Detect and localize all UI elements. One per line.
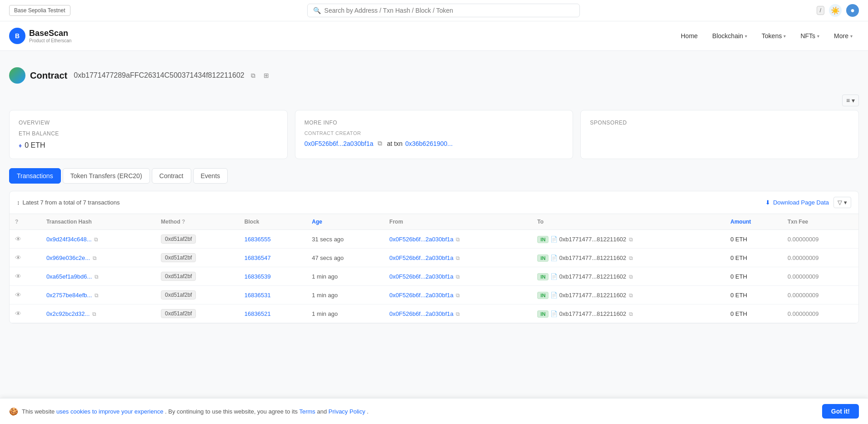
- row-age-cell: 1 min ago: [306, 286, 384, 304]
- to-link[interactable]: 0xb1771477...812211602: [559, 273, 626, 280]
- method-question-icon: ?: [182, 219, 185, 225]
- copy-hash-icon[interactable]: ⧉: [95, 292, 99, 299]
- tab-transactions[interactable]: Transactions: [9, 168, 61, 184]
- logo-icon: B: [9, 28, 25, 44]
- nav-links: Home Blockchain ▾ Tokens ▾ NFTs ▾ More ▾: [674, 29, 859, 43]
- table-header-row: ? Transaction Hash Method ? Block Age Fr…: [10, 214, 858, 230]
- copy-from-icon[interactable]: ⧉: [456, 236, 460, 243]
- tab-contract[interactable]: Contract: [152, 168, 191, 184]
- copy-address-button[interactable]: ⧉: [249, 71, 257, 80]
- to-link[interactable]: 0xb1771477...812211602: [559, 254, 626, 261]
- tx-hash-link[interactable]: 0x9d24f34c648...: [46, 236, 92, 243]
- chevron-down-icon: ▾: [783, 34, 786, 39]
- to-link[interactable]: 0xb1771477...812211602: [559, 292, 626, 299]
- row-block-cell: 16836521: [239, 304, 306, 323]
- tx-hash-link[interactable]: 0x2757be84efb...: [46, 292, 92, 299]
- creator-tx-link[interactable]: 0x36b6261900...: [405, 140, 453, 147]
- age-text: 1 min ago: [312, 273, 338, 280]
- copy-to-icon[interactable]: ⧉: [629, 236, 633, 243]
- nav-item-blockchain[interactable]: Blockchain ▾: [706, 29, 753, 43]
- copy-to-icon[interactable]: ⧉: [629, 311, 633, 317]
- tx-hash-link[interactable]: 0xa65ef1a9bd6...: [46, 273, 92, 280]
- copy-to-icon[interactable]: ⧉: [629, 255, 633, 261]
- nav-item-tokens[interactable]: Tokens ▾: [755, 29, 792, 43]
- tx-hash-link[interactable]: 0x969e036c2e...: [46, 254, 90, 261]
- nav-item-nfts[interactable]: NFTs ▾: [794, 29, 826, 43]
- eye-icon[interactable]: 👁: [15, 273, 21, 280]
- to-link[interactable]: 0xb1771477...812211602: [559, 310, 626, 317]
- theme-toggle-button[interactable]: ☀️: [829, 4, 842, 17]
- row-method-cell: 0xd51af2bf: [155, 267, 239, 286]
- from-link[interactable]: 0x0F526b6f...2a030bf1a: [389, 273, 454, 280]
- copy-from-icon[interactable]: ⧉: [456, 274, 460, 280]
- copy-to-icon[interactable]: ⧉: [629, 274, 633, 280]
- col-method: Method ?: [155, 214, 239, 230]
- from-link[interactable]: 0x0F526b6f...2a030bf1a: [389, 292, 454, 299]
- row-eye-cell: 👁: [10, 267, 41, 286]
- user-avatar[interactable]: ●: [846, 4, 859, 17]
- filter-button[interactable]: ▽ ▾: [833, 197, 851, 208]
- from-link[interactable]: 0x0F526b6f...2a030bf1a: [389, 310, 454, 317]
- copy-hash-icon[interactable]: ⧉: [93, 255, 97, 261]
- row-to-cell: IN 📄 0xb1771477...812211602 ⧉: [532, 230, 725, 249]
- creator-address-link[interactable]: 0x0F526b6f...2a030bf1a: [304, 140, 374, 147]
- logo-name: BaseScan: [29, 29, 71, 38]
- tab-token-transfers[interactable]: Token Transfers (ERC20): [63, 168, 150, 184]
- row-eye-cell: 👁: [10, 249, 41, 267]
- copy-from-icon[interactable]: ⧉: [456, 292, 460, 299]
- table-row: 👁 0x9d24f34c648... ⧉ 0xd51af2bf 16836555…: [10, 230, 858, 249]
- copy-creator-button[interactable]: ⧉: [376, 139, 384, 148]
- nav-item-more[interactable]: More ▾: [828, 29, 859, 43]
- qr-code-button[interactable]: ⊞: [262, 71, 271, 80]
- block-link[interactable]: 16836539: [244, 273, 271, 280]
- copy-hash-icon[interactable]: ⧉: [94, 236, 98, 243]
- direction-badge: IN: [537, 310, 549, 318]
- amount-text: 0 ETH: [730, 273, 747, 280]
- chevron-down-icon: ▾: [745, 34, 747, 39]
- sponsored-label: Sponsored: [590, 120, 849, 126]
- col-txn-fee: Txn Fee: [782, 214, 858, 230]
- chevron-down-icon: ▾: [850, 34, 853, 39]
- sort-rows-icon: ↕: [17, 199, 20, 206]
- contract-page-icon: 📄: [550, 273, 558, 280]
- to-link[interactable]: 0xb1771477...812211602: [559, 236, 626, 243]
- download-icon: ⬇: [765, 199, 770, 206]
- copy-from-icon[interactable]: ⧉: [456, 311, 460, 317]
- from-link[interactable]: 0x0F526b6f...2a030bf1a: [389, 254, 454, 261]
- eye-icon[interactable]: 👁: [15, 310, 21, 317]
- amount-text: 0 ETH: [730, 254, 747, 261]
- eye-icon[interactable]: 👁: [15, 291, 21, 299]
- copy-hash-icon[interactable]: ⧉: [92, 311, 96, 317]
- fee-text: 0.00000009: [788, 310, 819, 317]
- row-block-cell: 16836555: [239, 230, 306, 249]
- table-area: ↕ Latest 7 from a total of 7 transaction…: [9, 191, 859, 324]
- search-input[interactable]: [324, 7, 574, 14]
- sort-button[interactable]: ≡ ▾: [842, 95, 859, 106]
- col-question: ?: [10, 214, 41, 230]
- tx-hash-link[interactable]: 0x2c92bc2d32...: [46, 310, 90, 317]
- eye-icon[interactable]: 👁: [15, 235, 21, 243]
- copy-from-icon[interactable]: ⧉: [456, 255, 460, 261]
- row-hash-cell: 0x2c92bc2d32... ⧉: [41, 304, 155, 323]
- block-link[interactable]: 16836531: [244, 292, 271, 299]
- block-link[interactable]: 16836555: [244, 236, 271, 243]
- download-page-data-button[interactable]: ⬇ Download Page Data: [765, 199, 829, 206]
- copy-to-icon[interactable]: ⧉: [629, 292, 633, 299]
- row-hash-cell: 0x969e036c2e... ⧉: [41, 249, 155, 267]
- eye-icon[interactable]: 👁: [15, 254, 21, 261]
- row-fee-cell: 0.00000009: [782, 267, 858, 286]
- row-amount-cell: 0 ETH: [725, 286, 782, 304]
- search-container: 🔍: [76, 4, 811, 17]
- contract-address: 0xb1771477289aFFC26314C500371434f8122116…: [74, 71, 244, 80]
- tab-events[interactable]: Events: [193, 168, 228, 184]
- from-link[interactable]: 0x0F526b6f...2a030bf1a: [389, 236, 454, 243]
- age-text: 47 secs ago: [312, 254, 344, 261]
- keyboard-shortcut-badge: /: [817, 6, 824, 15]
- row-to-cell: IN 📄 0xb1771477...812211602 ⧉: [532, 286, 725, 304]
- block-link[interactable]: 16836521: [244, 310, 271, 317]
- copy-hash-icon[interactable]: ⧉: [95, 274, 99, 280]
- nav-item-home[interactable]: Home: [674, 29, 704, 43]
- logo[interactable]: B BaseScan Product of Etherscan: [9, 21, 71, 50]
- row-method-cell: 0xd51af2bf: [155, 304, 239, 323]
- block-link[interactable]: 16836547: [244, 254, 271, 261]
